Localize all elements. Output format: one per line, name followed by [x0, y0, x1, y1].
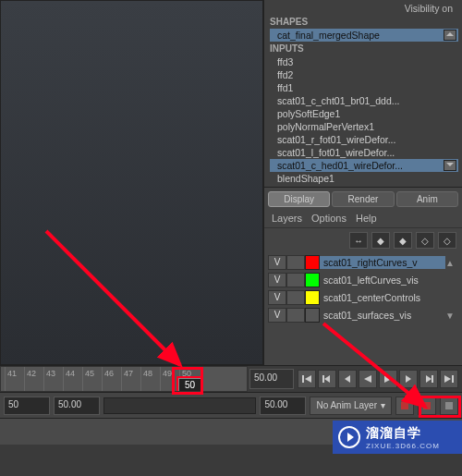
shape-item-label: cat_final_mergedShape: [277, 30, 380, 41]
layer-icon-stack-2[interactable]: ◆: [394, 232, 412, 249]
layer-visible-toggle[interactable]: V: [268, 255, 286, 270]
scroll-up-icon[interactable]: [444, 30, 456, 41]
input-item[interactable]: ffd3: [270, 55, 458, 68]
time-tick: 48: [140, 367, 152, 391]
inputs-section-header: INPUTS: [270, 42, 458, 55]
watermark: 溜溜自学 ZIXUE.3D66.COM: [333, 421, 462, 454]
layer-color-swatch[interactable]: [305, 290, 320, 305]
svg-rect-2: [322, 375, 324, 383]
step-back-button[interactable]: [338, 370, 357, 388]
layer-color-swatch[interactable]: [305, 308, 320, 323]
layer-editor: Display Render Anim Layers Options Help …: [264, 187, 462, 328]
layer-row[interactable]: V scat01_surfaces_vis ▼: [268, 307, 458, 323]
layer-icon-new-2[interactable]: ◇: [438, 232, 456, 249]
shape-item[interactable]: cat_final_mergedShape: [270, 29, 458, 42]
layer-row[interactable]: V scat01_rightCurves_v ▲: [268, 254, 458, 271]
attribute-list: Visibility on SHAPES cat_final_mergedSha…: [264, 0, 462, 187]
menu-layers[interactable]: Layers: [272, 213, 302, 224]
range-slider-row: 50 50.00 50.00 No Anim Layer ▾: [0, 393, 462, 419]
layers-list: V scat01_rightCurves_v ▲ V scat01_leftCu…: [264, 252, 462, 326]
display-tabs: Display Render Anim: [264, 189, 462, 209]
visibility-attribute[interactable]: Visibility on: [270, 2, 458, 15]
anim-layer-dropdown[interactable]: No Anim Layer ▾: [310, 397, 392, 415]
triangle-up-icon[interactable]: ▲: [445, 258, 458, 268]
watermark-logo-icon: [338, 426, 360, 448]
layer-visible-toggle[interactable]: V: [268, 308, 286, 323]
layer-name[interactable]: scat01_rightCurves_v: [320, 256, 445, 269]
tab-anim[interactable]: Anim: [396, 191, 458, 207]
input-item[interactable]: polyNormalPerVertex1: [270, 120, 458, 133]
time-tick: 47: [121, 367, 133, 391]
svg-marker-4: [345, 375, 350, 383]
play-forward-button[interactable]: [379, 370, 397, 388]
layer-menu-bar: Layers Options Help: [264, 209, 462, 228]
play-back-button[interactable]: [359, 370, 377, 388]
input-item[interactable]: scat01_c_cht01_br01_ddd...: [270, 94, 458, 107]
svg-rect-14: [445, 402, 453, 409]
time-tick: 49: [160, 367, 172, 391]
svg-rect-13: [423, 402, 431, 409]
layer-color-swatch[interactable]: [305, 273, 320, 287]
layer-playback-toggle[interactable]: [286, 273, 305, 287]
svg-marker-7: [406, 375, 411, 383]
step-back-key-button[interactable]: [318, 370, 336, 388]
menu-help[interactable]: Help: [356, 213, 377, 224]
svg-marker-10: [444, 375, 451, 383]
attribute-editor-panel: Visibility on SHAPES cat_final_mergedSha…: [263, 0, 462, 365]
go-to-start-button[interactable]: [298, 370, 316, 388]
input-item[interactable]: scat01_r_fot01_wireDefor...: [270, 133, 458, 146]
time-tick: 45: [82, 367, 94, 391]
svg-marker-8: [426, 375, 432, 383]
layer-color-swatch[interactable]: [305, 255, 320, 270]
input-item[interactable]: scat01_c_hed01_wireDefor...: [270, 159, 458, 172]
layer-icon-new-1[interactable]: ◇: [416, 232, 434, 249]
layer-icon-stack-1[interactable]: ◆: [371, 232, 390, 249]
time-ruler[interactable]: 41 42 43 44 45 46 47 48 49 50 50: [0, 366, 248, 392]
svg-rect-11: [452, 375, 454, 383]
range-slider[interactable]: [103, 397, 256, 414]
layer-playback-toggle[interactable]: [286, 255, 305, 270]
layer-visible-toggle[interactable]: V: [268, 273, 286, 287]
time-tick: 43: [43, 367, 55, 391]
svg-marker-5: [364, 375, 371, 383]
tab-render[interactable]: Render: [332, 191, 394, 207]
input-item[interactable]: ffd2: [270, 68, 458, 81]
end-frame-field[interactable]: 50.00: [249, 369, 294, 389]
set-key-button[interactable]: [395, 397, 414, 415]
input-item[interactable]: blendShape1: [270, 172, 458, 185]
triangle-down-icon[interactable]: ▼: [445, 311, 458, 321]
scroll-down-icon[interactable]: [444, 160, 456, 171]
input-item[interactable]: polySoftEdge1: [270, 107, 458, 120]
layer-name[interactable]: scat01_centerControls: [320, 291, 458, 304]
svg-rect-12: [401, 402, 408, 409]
current-frame-field[interactable]: 50: [178, 378, 201, 392]
layer-icon-move[interactable]: ↔: [349, 232, 368, 249]
step-forward-key-button[interactable]: [419, 370, 438, 388]
anim-prefs-button[interactable]: [440, 397, 458, 415]
step-forward-button[interactable]: [399, 370, 418, 388]
menu-options[interactable]: Options: [311, 213, 346, 224]
shapes-section-header: SHAPES: [270, 15, 458, 29]
watermark-subtitle: ZIXUE.3D66.COM: [366, 442, 440, 450]
auto-key-button[interactable]: [418, 397, 436, 415]
range-start-outer[interactable]: 50: [4, 397, 50, 415]
input-item-label: scat01_c_hed01_wireDefor...: [277, 160, 403, 171]
range-start-inner[interactable]: 50.00: [54, 397, 100, 415]
layer-playback-toggle[interactable]: [286, 290, 305, 305]
layer-name[interactable]: scat01_leftCurves_vis: [320, 274, 458, 287]
layer-visible-toggle[interactable]: V: [268, 290, 286, 305]
layer-name[interactable]: scat01_surfaces_vis: [320, 309, 445, 322]
svg-rect-0: [302, 375, 304, 383]
go-to-end-button[interactable]: [440, 370, 458, 388]
layer-row[interactable]: V scat01_leftCurves_vis: [268, 272, 458, 288]
input-item[interactable]: ffd1: [270, 81, 458, 94]
tab-display[interactable]: Display: [268, 191, 330, 207]
chevron-down-icon: ▾: [381, 400, 385, 410]
input-item[interactable]: scat01_l_fot01_wireDefor...: [270, 146, 458, 159]
range-end-inner[interactable]: 50.00: [260, 397, 306, 415]
layer-row[interactable]: V scat01_centerControls: [268, 289, 458, 306]
viewport-3d[interactable]: [0, 0, 263, 365]
svg-marker-3: [324, 375, 330, 383]
watermark-title: 溜溜自学: [366, 425, 440, 442]
layer-playback-toggle[interactable]: [286, 308, 305, 323]
